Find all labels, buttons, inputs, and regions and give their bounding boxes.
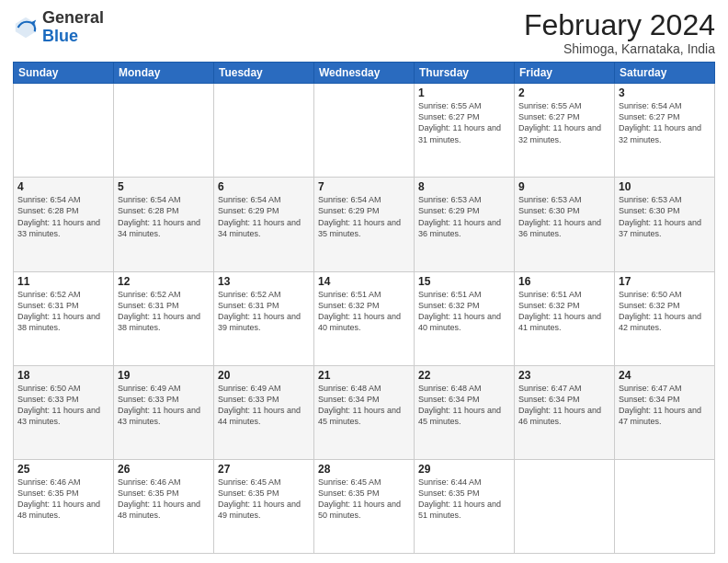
day-info: Sunrise: 6:54 AM Sunset: 6:27 PM Dayligh… [619, 100, 711, 145]
day-number: 19 [118, 369, 210, 382]
day-info: Sunrise: 6:54 AM Sunset: 6:29 PM Dayligh… [218, 194, 310, 239]
day-info: Sunrise: 6:46 AM Sunset: 6:35 PM Dayligh… [118, 477, 210, 522]
weekday-row: SundayMondayTuesdayWednesdayThursdayFrid… [14, 63, 715, 84]
day-number: 13 [218, 275, 310, 288]
day-info: Sunrise: 6:45 AM Sunset: 6:35 PM Dayligh… [318, 477, 410, 522]
weekday-header-thursday: Thursday [415, 63, 515, 84]
day-info: Sunrise: 6:50 AM Sunset: 6:33 PM Dayligh… [17, 383, 109, 428]
day-number: 16 [518, 275, 610, 288]
day-number: 14 [318, 275, 410, 288]
calendar-cell: 28Sunrise: 6:45 AM Sunset: 6:35 PM Dayli… [314, 459, 415, 553]
day-info: Sunrise: 6:46 AM Sunset: 6:35 PM Dayligh… [17, 477, 109, 522]
day-number: 21 [318, 369, 410, 382]
day-info: Sunrise: 6:51 AM Sunset: 6:32 PM Dayligh… [418, 289, 510, 334]
day-number: 20 [218, 369, 310, 382]
calendar-cell: 14Sunrise: 6:51 AM Sunset: 6:32 PM Dayli… [314, 271, 415, 365]
day-info: Sunrise: 6:44 AM Sunset: 6:35 PM Dayligh… [418, 477, 510, 522]
calendar-cell: 22Sunrise: 6:48 AM Sunset: 6:34 PM Dayli… [415, 365, 515, 459]
calendar-cell: 15Sunrise: 6:51 AM Sunset: 6:32 PM Dayli… [415, 271, 515, 365]
title-area: February 2024 Shimoga, Karnataka, India [524, 9, 715, 56]
day-info: Sunrise: 6:50 AM Sunset: 6:32 PM Dayligh… [619, 289, 711, 334]
day-info: Sunrise: 6:54 AM Sunset: 6:29 PM Dayligh… [318, 194, 410, 239]
calendar-cell: 21Sunrise: 6:48 AM Sunset: 6:34 PM Dayli… [314, 365, 415, 459]
calendar-cell: 19Sunrise: 6:49 AM Sunset: 6:33 PM Dayli… [114, 365, 214, 459]
day-info: Sunrise: 6:53 AM Sunset: 6:30 PM Dayligh… [619, 194, 711, 239]
logo: General Blue [13, 9, 104, 46]
page: General Blue February 2024 Shimoga, Karn… [0, 0, 728, 563]
calendar-cell: 23Sunrise: 6:47 AM Sunset: 6:34 PM Dayli… [515, 365, 615, 459]
day-number: 25 [17, 463, 109, 476]
day-number: 11 [17, 275, 109, 288]
calendar-week-1: 4Sunrise: 6:54 AM Sunset: 6:28 PM Daylig… [14, 178, 715, 271]
day-info: Sunrise: 6:52 AM Sunset: 6:31 PM Dayligh… [218, 289, 310, 334]
calendar-cell: 12Sunrise: 6:52 AM Sunset: 6:31 PM Dayli… [114, 271, 214, 365]
calendar-cell: 18Sunrise: 6:50 AM Sunset: 6:33 PM Dayli… [14, 365, 114, 459]
calendar-week-4: 25Sunrise: 6:46 AM Sunset: 6:35 PM Dayli… [14, 459, 715, 553]
calendar-cell: 3Sunrise: 6:54 AM Sunset: 6:27 PM Daylig… [615, 84, 715, 178]
calendar-cell: 9Sunrise: 6:53 AM Sunset: 6:30 PM Daylig… [515, 178, 615, 271]
day-number: 24 [619, 369, 711, 382]
calendar-week-3: 18Sunrise: 6:50 AM Sunset: 6:33 PM Dayli… [14, 365, 715, 459]
day-number: 5 [118, 180, 210, 193]
day-info: Sunrise: 6:48 AM Sunset: 6:34 PM Dayligh… [418, 383, 510, 428]
day-number: 22 [418, 369, 510, 382]
location-subtitle: Shimoga, Karnataka, India [524, 41, 715, 56]
day-info: Sunrise: 6:53 AM Sunset: 6:29 PM Dayligh… [418, 194, 510, 239]
calendar-cell: 4Sunrise: 6:54 AM Sunset: 6:28 PM Daylig… [14, 178, 114, 271]
calendar-cell [214, 84, 314, 178]
calendar-week-2: 11Sunrise: 6:52 AM Sunset: 6:31 PM Dayli… [14, 271, 715, 365]
day-info: Sunrise: 6:51 AM Sunset: 6:32 PM Dayligh… [518, 289, 610, 334]
weekday-header-monday: Monday [114, 63, 214, 84]
day-info: Sunrise: 6:52 AM Sunset: 6:31 PM Dayligh… [17, 289, 109, 334]
calendar-cell: 6Sunrise: 6:54 AM Sunset: 6:29 PM Daylig… [214, 178, 314, 271]
calendar-cell: 11Sunrise: 6:52 AM Sunset: 6:31 PM Dayli… [14, 271, 114, 365]
calendar-cell: 26Sunrise: 6:46 AM Sunset: 6:35 PM Dayli… [114, 459, 214, 553]
day-number: 7 [318, 180, 410, 193]
day-info: Sunrise: 6:51 AM Sunset: 6:32 PM Dayligh… [318, 289, 410, 334]
calendar-cell [515, 459, 615, 553]
header: General Blue February 2024 Shimoga, Karn… [13, 9, 715, 56]
day-number: 12 [118, 275, 210, 288]
calendar-table: SundayMondayTuesdayWednesdayThursdayFrid… [13, 62, 715, 554]
calendar-cell: 10Sunrise: 6:53 AM Sunset: 6:30 PM Dayli… [615, 178, 715, 271]
weekday-header-wednesday: Wednesday [314, 63, 415, 84]
day-info: Sunrise: 6:54 AM Sunset: 6:28 PM Dayligh… [118, 194, 210, 239]
day-number: 17 [619, 275, 711, 288]
day-number: 10 [619, 180, 711, 193]
day-number: 3 [619, 86, 711, 99]
calendar-cell: 25Sunrise: 6:46 AM Sunset: 6:35 PM Dayli… [14, 459, 114, 553]
calendar-cell: 8Sunrise: 6:53 AM Sunset: 6:29 PM Daylig… [415, 178, 515, 271]
day-number: 27 [218, 463, 310, 476]
day-info: Sunrise: 6:49 AM Sunset: 6:33 PM Dayligh… [118, 383, 210, 428]
day-number: 8 [418, 180, 510, 193]
weekday-header-saturday: Saturday [615, 63, 715, 84]
day-info: Sunrise: 6:48 AM Sunset: 6:34 PM Dayligh… [318, 383, 410, 428]
logo-text: General Blue [42, 9, 104, 46]
month-title: February 2024 [524, 9, 715, 41]
day-info: Sunrise: 6:49 AM Sunset: 6:33 PM Dayligh… [218, 383, 310, 428]
day-number: 23 [518, 369, 610, 382]
day-number: 1 [418, 86, 510, 99]
day-info: Sunrise: 6:55 AM Sunset: 6:27 PM Dayligh… [518, 100, 610, 145]
day-info: Sunrise: 6:47 AM Sunset: 6:34 PM Dayligh… [518, 383, 610, 428]
day-number: 18 [17, 369, 109, 382]
calendar-cell: 1Sunrise: 6:55 AM Sunset: 6:27 PM Daylig… [415, 84, 515, 178]
day-number: 2 [518, 86, 610, 99]
day-number: 15 [418, 275, 510, 288]
weekday-header-sunday: Sunday [14, 63, 114, 84]
day-number: 6 [218, 180, 310, 193]
calendar-cell: 5Sunrise: 6:54 AM Sunset: 6:28 PM Daylig… [114, 178, 214, 271]
calendar-cell: 13Sunrise: 6:52 AM Sunset: 6:31 PM Dayli… [214, 271, 314, 365]
calendar-cell: 16Sunrise: 6:51 AM Sunset: 6:32 PM Dayli… [515, 271, 615, 365]
calendar-cell: 2Sunrise: 6:55 AM Sunset: 6:27 PM Daylig… [515, 84, 615, 178]
day-number: 4 [17, 180, 109, 193]
calendar-cell: 27Sunrise: 6:45 AM Sunset: 6:35 PM Dayli… [214, 459, 314, 553]
calendar-body: 1Sunrise: 6:55 AM Sunset: 6:27 PM Daylig… [14, 84, 715, 554]
day-info: Sunrise: 6:54 AM Sunset: 6:28 PM Dayligh… [17, 194, 109, 239]
calendar-cell: 29Sunrise: 6:44 AM Sunset: 6:35 PM Dayli… [415, 459, 515, 553]
calendar-cell [14, 84, 114, 178]
day-info: Sunrise: 6:47 AM Sunset: 6:34 PM Dayligh… [619, 383, 711, 428]
calendar-cell [314, 84, 415, 178]
weekday-header-tuesday: Tuesday [214, 63, 314, 84]
day-info: Sunrise: 6:45 AM Sunset: 6:35 PM Dayligh… [218, 477, 310, 522]
